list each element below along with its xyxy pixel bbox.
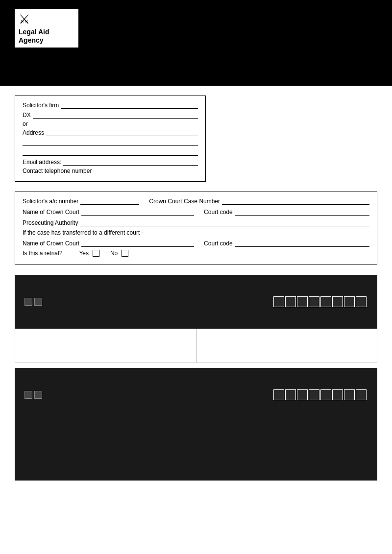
dob-box-2-7[interactable] [344,389,355,400]
dob-box-2-4[interactable] [309,389,319,400]
crown-court-name-2-label: Name of Crown Court [23,240,79,247]
prosecuting-authority-input[interactable] [80,218,369,226]
no-label: No [110,250,118,257]
transfer-text-row: If the case has transferred to a differe… [23,229,369,236]
dob-box-1[interactable] [273,296,284,307]
address-extra-lines [23,138,198,156]
dob-box-2-3[interactable] [297,389,308,400]
dark-section-inner-1 [24,296,368,307]
crown-court-name-row: Name of Crown Court Court code [23,208,369,216]
prosecuting-authority-row: Prosecuting Authority [23,218,369,226]
email-label: Email address: [23,159,61,166]
account-number-input[interactable] [80,197,139,205]
dob-box-8[interactable] [356,296,367,307]
firm-field-row: Solicitor's firm [23,101,198,109]
crown-court-name-2-row: Name of Crown Court Court code [23,239,369,247]
address-line-3[interactable] [23,148,198,156]
defendant-dark-section-1 [15,275,377,329]
case-details-section: Solicitor's a/c number Crown Court Case … [15,192,377,265]
crown-court-case-number-label: Crown Court Case Number [149,198,220,205]
yes-label: Yes [79,250,89,257]
dob-box-2-2[interactable] [285,389,296,400]
crown-court-name-input[interactable] [81,208,194,216]
dob-box-2[interactable] [285,296,296,307]
address-input-line[interactable] [46,128,198,136]
account-number-row: Solicitor's a/c number Crown Court Case … [23,197,369,205]
bottom-dark-section [15,422,377,481]
dark-section-inner-2 [24,389,368,400]
dob-box-7[interactable] [344,296,355,307]
email-field-row: Email address: [23,158,198,166]
no-checkbox[interactable] [122,250,128,257]
gender-checkbox-male[interactable] [24,298,32,306]
col-right-1 [196,329,377,362]
dob-boxes-2 [273,389,368,400]
transfer-text: If the case has transferred to a differe… [23,229,144,236]
firm-input-line[interactable] [61,101,198,109]
address-label: Address [23,129,44,136]
address-field-row: Address [23,128,198,136]
gender-checkbox-female-2[interactable] [34,391,42,399]
court-code-2-label: Court code [204,240,233,247]
logo-text: Legal Aid Agency [19,28,74,45]
crown-court-case-number-input[interactable] [222,197,369,205]
col-left-1 [15,329,196,362]
firm-label: Solicitor's firm [23,102,59,109]
two-col-section-1 [15,329,377,363]
gender-checkbox-female[interactable] [34,298,42,306]
main-content: Solicitor's firm DX or Address Email add… [0,86,392,490]
dx-input-line[interactable] [33,111,198,119]
address-line-2[interactable] [23,138,198,146]
dx-field-row: DX [23,111,198,119]
dob-box-2-1[interactable] [273,389,284,400]
dob-box-2-5[interactable] [320,389,331,400]
retrial-row: Is this a retrial? Yes No [23,250,369,257]
crown-court-name-2-input[interactable] [81,239,194,247]
dob-box-6[interactable] [332,296,343,307]
phone-field-row: Contact telephone number [23,168,198,174]
yes-checkbox[interactable] [93,250,99,257]
dob-box-2-6[interactable] [332,389,343,400]
dx-label: DX [23,112,31,119]
solicitor-firm-section: Solicitor's firm DX or Address Email add… [15,96,206,182]
retrial-label: Is this a retrial? [23,250,62,257]
email-input-line[interactable] [63,158,198,166]
court-code-label: Court code [204,209,233,216]
dob-box-5[interactable] [320,296,331,307]
dob-box-2-8[interactable] [356,389,367,400]
logo-crest-icon: ⚔ [19,12,74,27]
gender-checkbox-male-2[interactable] [24,391,32,399]
court-code-input[interactable] [235,208,369,216]
defendant-dark-section-2 [15,368,377,422]
prosecuting-authority-label: Prosecuting Authority [23,219,78,226]
account-number-label: Solicitor's a/c number [23,198,78,205]
dob-box-4[interactable] [309,296,319,307]
logo-box: ⚔ Legal Aid Agency [15,9,78,48]
header-bar: ⚔ Legal Aid Agency [0,0,392,86]
crown-court-name-label: Name of Crown Court [23,209,79,216]
dob-box-3[interactable] [297,296,308,307]
court-code-2-input[interactable] [235,239,369,247]
dob-boxes-1 [273,296,368,307]
or-text: or [23,120,198,127]
phone-label: Contact telephone number [23,168,92,174]
